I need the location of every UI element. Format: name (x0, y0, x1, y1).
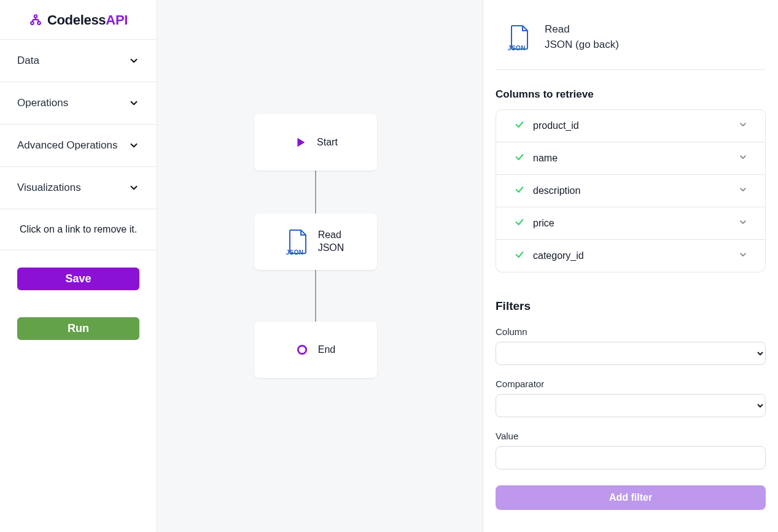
flow-edge[interactable] (315, 171, 316, 214)
add-filter-button[interactable]: Add filter (496, 485, 766, 510)
column-row[interactable]: category_id (496, 240, 765, 272)
chevron-down-icon (128, 182, 139, 193)
details-panel: JSON Read JSON (go back) Columns to retr… (483, 0, 778, 532)
logo-text: CodelessAPI (47, 12, 128, 28)
svg-point-3 (298, 345, 306, 353)
column-row[interactable]: price (496, 207, 765, 240)
sidebar-item-visualizations[interactable]: Visualizations (0, 167, 157, 209)
node-read-json[interactable]: JSON Read JSON (254, 214, 377, 270)
sidebar-item-data[interactable]: Data (0, 40, 157, 82)
check-icon (515, 217, 524, 229)
column-name: description (533, 185, 580, 196)
filter-comparator-label: Comparator (496, 379, 766, 389)
node-end[interactable]: End (254, 322, 377, 378)
sidebar-item-label: Data (17, 55, 39, 67)
chevron-down-icon (128, 140, 139, 151)
node-label-line1: Read (318, 229, 341, 240)
svg-point-1 (31, 21, 34, 25)
chevron-down-icon (738, 250, 748, 262)
columns-list: product_id name description (496, 109, 766, 272)
run-button[interactable]: Run (17, 317, 139, 340)
node-label: Start (317, 136, 338, 149)
filter-column-label: Column (496, 326, 766, 337)
chevron-down-icon (128, 98, 139, 109)
filters-section-title: Filters (496, 299, 766, 313)
brand-part2: API (106, 12, 128, 28)
panel-title-line1: Read (545, 22, 619, 37)
chevron-down-icon (128, 55, 139, 66)
sidebar-item-label: Operations (17, 97, 68, 109)
chevron-down-icon (738, 152, 748, 164)
brand-part1: Codeless (47, 12, 106, 28)
node-label: End (318, 344, 335, 357)
column-name: product_id (533, 120, 579, 131)
column-name: name (533, 153, 558, 164)
column-row[interactable]: name (496, 142, 765, 175)
play-icon (294, 136, 307, 149)
check-icon (515, 152, 524, 164)
column-row[interactable]: product_id (496, 110, 765, 142)
check-icon (515, 120, 524, 132)
node-label-line2: JSON (318, 242, 344, 253)
column-name: category_id (533, 250, 584, 261)
sidebar-hint: Click on a link to remove it. (0, 209, 157, 250)
logo-icon (29, 13, 42, 27)
chevron-down-icon (738, 185, 748, 197)
check-icon (515, 250, 524, 262)
filter-column-select[interactable] (496, 342, 766, 365)
save-button[interactable]: Save (17, 268, 139, 290)
column-name: price (533, 218, 554, 229)
columns-section-title: Columns to retrieve (496, 88, 766, 101)
filter-value-label: Value (496, 431, 766, 441)
sidebar-item-advanced-operations[interactable]: Advanced Operations (0, 125, 157, 166)
go-back-link[interactable]: JSON (go back) (545, 37, 619, 53)
filter-value-input[interactable] (496, 446, 766, 469)
panel-header: JSON Read JSON (go back) (496, 22, 766, 70)
svg-point-2 (37, 21, 41, 25)
column-row[interactable]: description (496, 175, 765, 207)
chevron-down-icon (738, 217, 748, 229)
json-file-icon: JSON (287, 229, 308, 255)
sidebar-item-operations[interactable]: Operations (0, 82, 157, 124)
sidebar-item-label: Advanced Operations (17, 139, 118, 152)
json-text: JSON (508, 45, 526, 52)
svg-point-0 (34, 15, 37, 18)
sidebar-item-label: Visualizations (17, 182, 81, 194)
end-icon (296, 344, 308, 356)
filter-comparator-select[interactable] (496, 394, 766, 417)
check-icon (515, 185, 524, 197)
logo: CodelessAPI (0, 0, 157, 40)
node-start[interactable]: Start (254, 114, 377, 171)
json-text: JSON (286, 249, 304, 256)
flow-edge[interactable] (315, 270, 316, 322)
sidebar: CodelessAPI Data Operations Advanced Ope… (0, 0, 157, 532)
chevron-down-icon (738, 120, 748, 132)
flow-canvas[interactable]: Start JSON Read JSON End (157, 0, 483, 532)
json-file-icon: JSON (509, 25, 530, 50)
node-label: Read JSON (318, 229, 344, 255)
